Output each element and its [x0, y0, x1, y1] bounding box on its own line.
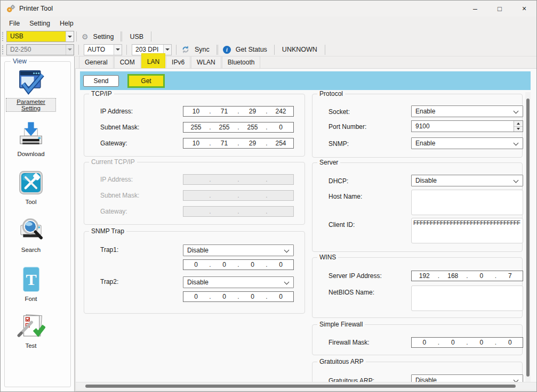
toolbar-separator: [78, 45, 79, 55]
maximize-button[interactable]: □: [487, 1, 512, 17]
gratuitous-arp-groupbox-title: Gratuitous ARP: [317, 358, 366, 366]
snmp-select[interactable]: Enable: [411, 137, 523, 149]
server-groupbox: Server DHCP: Disable Host Name: Client I…: [312, 162, 523, 252]
svg-text:T: T: [26, 271, 36, 289]
octet: 10: [183, 108, 209, 115]
tab-com[interactable]: COM: [114, 56, 141, 68]
ip-address-input[interactable]: 107129242: [183, 106, 294, 117]
spin-up-button[interactable]: [514, 121, 523, 127]
chevron-down-icon: [514, 178, 519, 183]
trap1-select-value: Disable: [187, 247, 209, 254]
sidebar-item-label: Font: [23, 296, 38, 302]
firewall-mask-label: Firewall Mask:: [328, 339, 370, 346]
tab-bluetooth[interactable]: Bluetooth: [222, 56, 261, 68]
vertical-scrollbar[interactable]: [525, 92, 531, 382]
octet: 0: [268, 124, 293, 131]
octet: 168: [440, 272, 466, 280]
tab-general[interactable]: General: [79, 56, 114, 68]
octet: 255: [240, 124, 265, 131]
sidebar-item-tool[interactable]: Tool: [6, 168, 55, 206]
sidebar-item-font[interactable]: T Font: [6, 265, 55, 303]
port-number-input[interactable]: 9100: [411, 120, 523, 132]
client-id-label: Client ID:: [328, 221, 355, 228]
download-icon: [17, 120, 45, 149]
dot: [209, 176, 212, 183]
gateway-input[interactable]: 107129254: [183, 138, 294, 149]
tab-wlan[interactable]: WLAN: [191, 56, 221, 68]
info-icon: i: [223, 46, 231, 54]
socket-select[interactable]: Enable: [411, 105, 523, 117]
chevron-down-icon[interactable]: [66, 31, 74, 42]
snmp-label: SNMP:: [328, 140, 349, 148]
octet: 0: [212, 261, 237, 268]
octet: 242: [268, 108, 293, 115]
octet: 10: [183, 140, 209, 147]
sidebar-item-test[interactable]: Test: [6, 312, 55, 349]
snmp-trap-groupbox-title: SNMP Trap: [89, 227, 126, 235]
octet: 71: [212, 108, 237, 115]
get-status-button[interactable]: i Get Status: [220, 45, 272, 55]
gateway-label: Gateway:: [100, 140, 127, 147]
toolbar-connection: USB ⚙ Setting USB: [1, 30, 536, 43]
view-groupbox-title: View: [11, 58, 29, 65]
toolbar-separator: [274, 45, 275, 55]
trap2-select[interactable]: Disable: [183, 276, 294, 288]
chevron-down-icon[interactable]: [66, 45, 74, 55]
search-icon: [17, 216, 45, 245]
sidebar-item-search[interactable]: Search: [6, 216, 55, 254]
get-button[interactable]: Get: [127, 74, 165, 88]
tab-lan[interactable]: LAN: [141, 53, 165, 68]
trap2-ip-input[interactable]: 0000: [183, 291, 294, 302]
toolbar-separator: [121, 31, 121, 42]
mode-combobox-value: AUTO: [84, 45, 114, 55]
snmp-select-value: Enable: [415, 140, 435, 147]
dot: [237, 176, 240, 183]
minimize-button[interactable]: –: [463, 1, 487, 17]
sidebar-item-parameter-setting[interactable]: Parameter Setting: [6, 68, 55, 112]
horizontal-scrollbar[interactable]: [76, 382, 536, 389]
send-button[interactable]: Send: [83, 75, 119, 87]
octet: 192: [412, 272, 437, 280]
octet: 0: [268, 261, 293, 268]
dhcp-select[interactable]: Disable: [411, 175, 523, 186]
tcpip-groupbox: TCP/IP IP Address: 107129242 Subnet Mask…: [84, 94, 305, 157]
trap1-ip-input[interactable]: 0000: [183, 259, 294, 270]
spin-down-button[interactable]: [514, 127, 523, 132]
dot: [209, 192, 212, 199]
simple-firewall-groupbox: Simple Firewall Firewall Mask: 0000: [312, 324, 523, 355]
sidebar-item-download[interactable]: Download: [6, 120, 55, 158]
font-icon: T: [17, 265, 45, 294]
subnet-mask-input[interactable]: 2552552550: [183, 122, 294, 133]
port-combobox[interactable]: USB: [6, 31, 74, 42]
octet: 71: [212, 140, 237, 147]
setting-button[interactable]: ⚙ Setting: [79, 32, 118, 42]
wins-server-ip-input[interactable]: 19216807: [411, 271, 523, 281]
client-id-input[interactable]: FFFFFFFFFFFFFFFFFFFFFFFFFFFFFFFF: [411, 218, 523, 243]
menu-setting[interactable]: Setting: [25, 18, 55, 29]
firewall-mask-input[interactable]: 0000: [411, 337, 523, 348]
netbios-name-label: NetBIOS Name:: [328, 289, 374, 296]
trap1-label: Trap1:: [100, 246, 118, 254]
menu-file[interactable]: File: [4, 18, 25, 29]
close-button[interactable]: ×: [512, 1, 536, 17]
vertical-scrollbar-thumb[interactable]: [526, 99, 530, 377]
current-tcpip-groupbox: Current TCP/IP IP Address: Subnet Mask: …: [84, 162, 305, 225]
sidebar-item-label: Test: [24, 342, 37, 349]
toolbar-separator: [126, 45, 127, 55]
menu-help[interactable]: Help: [55, 18, 78, 29]
host-name-input[interactable]: [411, 190, 523, 215]
sync-button[interactable]: Sync: [179, 44, 214, 55]
horizontal-scrollbar-thumb[interactable]: [85, 385, 516, 388]
tab-ipv6[interactable]: IPv6: [166, 56, 190, 68]
model-combobox-value: D2-250: [7, 45, 66, 55]
mode-combobox[interactable]: AUTO: [84, 44, 122, 55]
chevron-down-icon[interactable]: [114, 45, 122, 55]
trap1-select[interactable]: Disable: [183, 244, 294, 256]
netbios-name-input[interactable]: [411, 285, 523, 311]
usb-status-label: USB: [127, 33, 146, 40]
host-name-label: Host Name:: [328, 193, 362, 200]
model-combobox[interactable]: D2-250: [6, 44, 74, 55]
tab-strip: General COM LAN IPv6 WLAN Bluetooth: [76, 56, 536, 68]
octet: 0: [240, 261, 265, 268]
octet: 0: [212, 293, 237, 300]
